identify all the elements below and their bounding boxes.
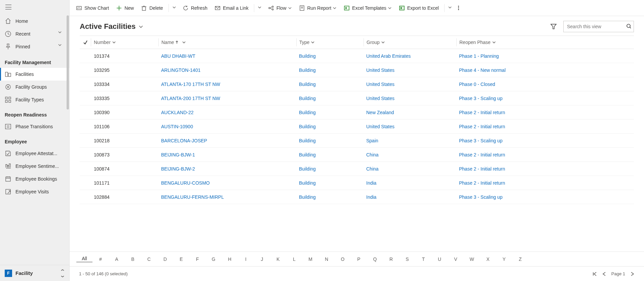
cell-phase-link[interactable]: Phase 2 - Initial return bbox=[456, 110, 634, 115]
cell-group-link[interactable]: United States bbox=[364, 124, 456, 129]
cell-group-link[interactable]: New Zealand bbox=[364, 110, 456, 115]
new-button[interactable]: New bbox=[113, 2, 137, 14]
nav-facility-groups[interactable]: Facility Groups bbox=[0, 81, 69, 93]
cell-name-link[interactable]: BARCELONA-JOSEP bbox=[158, 138, 296, 143]
table-row[interactable]: 101374ABU DHABI-WTBuildingUnited Arab Em… bbox=[80, 49, 634, 63]
alpha-R[interactable]: R bbox=[383, 256, 399, 262]
first-page-button[interactable] bbox=[593, 272, 597, 276]
delete-split-button[interactable] bbox=[171, 2, 179, 14]
alpha-E[interactable]: E bbox=[173, 256, 189, 262]
cell-name-link[interactable]: AUCKLAND-22 bbox=[158, 110, 296, 115]
cell-type-link[interactable]: Building bbox=[296, 166, 364, 172]
sidebar-app-switcher[interactable]: F Facility bbox=[0, 265, 69, 281]
nav-home[interactable]: Home bbox=[0, 15, 69, 28]
cell-phase-link[interactable]: Phase 4 - New normal bbox=[456, 67, 634, 73]
cell-name-link[interactable]: ATLANTA-200 17TH ST NW bbox=[158, 96, 296, 101]
cell-type-link[interactable]: Building bbox=[296, 194, 364, 200]
cell-type-link[interactable]: Building bbox=[296, 53, 364, 59]
alpha-Z[interactable]: Z bbox=[512, 256, 528, 262]
alpha-P[interactable]: P bbox=[351, 256, 367, 262]
nav-emp-sentiment[interactable]: Employee Sentime... bbox=[0, 160, 69, 173]
cell-group-link[interactable]: China bbox=[364, 152, 456, 157]
show-chart-button[interactable]: Show Chart bbox=[73, 2, 112, 14]
cell-group-link[interactable]: India bbox=[364, 194, 456, 200]
table-row[interactable]: 103295ARLINGTON-1401BuildingUnited State… bbox=[80, 63, 634, 77]
cell-name-link[interactable]: ATLANTA-170 17TH ST NW bbox=[158, 82, 296, 87]
cell-phase-link[interactable]: Phase 3 - Scaling up bbox=[456, 194, 634, 200]
cell-type-link[interactable]: Building bbox=[296, 180, 364, 186]
alpha-N[interactable]: N bbox=[318, 256, 335, 262]
table-row[interactable]: 101171BENGALURU-COSMOBuildingIndiaPhase … bbox=[80, 176, 634, 190]
view-selector[interactable]: Active Facilities bbox=[80, 22, 144, 31]
nav-pinned[interactable]: Pinned bbox=[0, 40, 69, 53]
alpha-Y[interactable]: Y bbox=[496, 256, 512, 262]
table-row[interactable]: 100874BEIJING-BJW-2BuildingChinaPhase 2 … bbox=[80, 162, 634, 176]
column-header-group[interactable]: Group bbox=[364, 38, 456, 46]
refresh-button[interactable]: Refresh bbox=[180, 2, 211, 14]
alpha-L[interactable]: L bbox=[286, 256, 302, 262]
alpha-D[interactable]: D bbox=[157, 256, 173, 262]
cell-type-link[interactable]: Building bbox=[296, 67, 364, 73]
table-row[interactable]: 100218BARCELONA-JOSEPBuildingSpainPhase … bbox=[80, 134, 634, 148]
table-row[interactable]: 101106AUSTIN-10900BuildingUnited StatesP… bbox=[80, 120, 634, 134]
search-input-wrapper[interactable] bbox=[563, 21, 634, 32]
cell-group-link[interactable]: United States bbox=[364, 82, 456, 87]
alpha-O[interactable]: O bbox=[335, 256, 351, 262]
alpha-X[interactable]: X bbox=[480, 256, 496, 262]
excel-templates-button[interactable]: Excel Templates bbox=[341, 2, 395, 14]
nav-recent[interactable]: Recent bbox=[0, 28, 69, 40]
filter-button[interactable] bbox=[548, 21, 559, 32]
cell-phase-link[interactable]: Phase 2 - Initial return bbox=[456, 180, 634, 186]
export-excel-split-button[interactable] bbox=[447, 2, 455, 14]
alpha-W[interactable]: W bbox=[464, 256, 480, 262]
cell-type-link[interactable]: Building bbox=[296, 82, 364, 87]
alpha-B[interactable]: B bbox=[125, 256, 141, 262]
column-header-reopen-phase[interactable]: Reopen Phase bbox=[456, 38, 634, 46]
alpha-V[interactable]: V bbox=[448, 256, 464, 262]
alpha-T[interactable]: T bbox=[415, 256, 431, 262]
email-link-split-button[interactable] bbox=[256, 2, 264, 14]
cell-group-link[interactable]: China bbox=[364, 166, 456, 172]
alpha-A[interactable]: A bbox=[109, 256, 125, 262]
alpha-H[interactable]: H bbox=[222, 256, 238, 262]
hamburger-button[interactable] bbox=[0, 0, 69, 14]
email-link-button[interactable]: Email a Link bbox=[212, 2, 252, 14]
sidebar-scrollbar[interactable] bbox=[67, 15, 69, 109]
alpha-S[interactable]: S bbox=[399, 256, 415, 262]
nav-facility-types[interactable]: Facility Types bbox=[0, 93, 69, 106]
export-excel-button[interactable]: Export to Excel bbox=[396, 2, 442, 14]
cell-group-link[interactable]: Spain bbox=[364, 138, 456, 143]
cell-group-link[interactable]: United States bbox=[364, 67, 456, 73]
alpha-#[interactable]: # bbox=[92, 256, 109, 262]
cell-name-link[interactable]: BENGALURU-FERNS-MIRPL bbox=[158, 194, 296, 200]
alpha-M[interactable]: M bbox=[302, 256, 318, 262]
table-row[interactable]: 100390AUCKLAND-22BuildingNew ZealandPhas… bbox=[80, 105, 634, 120]
cell-group-link[interactable]: United Arab Emirates bbox=[364, 53, 456, 59]
prev-page-button[interactable] bbox=[602, 272, 607, 276]
alpha-I[interactable]: I bbox=[238, 256, 254, 262]
cell-type-link[interactable]: Building bbox=[296, 110, 364, 115]
flow-button[interactable]: Flow bbox=[265, 2, 295, 14]
column-header-name[interactable]: Name bbox=[158, 38, 296, 46]
cell-type-link[interactable]: Building bbox=[296, 138, 364, 143]
cell-name-link[interactable]: ARLINGTON-1401 bbox=[158, 67, 296, 73]
cell-name-link[interactable]: BEIJING-BJW-2 bbox=[158, 166, 296, 172]
cell-phase-link[interactable]: Phase 2 - Initial return bbox=[456, 166, 634, 172]
alpha-J[interactable]: J bbox=[254, 256, 270, 262]
cell-group-link[interactable]: United States bbox=[364, 96, 456, 101]
nav-emp-bookings[interactable]: Employee Bookings bbox=[0, 173, 69, 185]
search-input[interactable] bbox=[566, 24, 627, 30]
cell-type-link[interactable]: Building bbox=[296, 152, 364, 157]
next-page-button[interactable] bbox=[630, 272, 635, 276]
nav-phase-transitions[interactable]: Phase Transitions bbox=[0, 120, 69, 133]
nav-emp-visits[interactable]: Employee Visits bbox=[0, 185, 69, 198]
alpha-F[interactable]: F bbox=[189, 256, 205, 262]
cell-phase-link[interactable]: Phase 2 - Initial return bbox=[456, 124, 634, 129]
cell-type-link[interactable]: Building bbox=[296, 124, 364, 129]
alpha-Q[interactable]: Q bbox=[367, 256, 383, 262]
alpha-K[interactable]: K bbox=[270, 256, 286, 262]
cell-type-link[interactable]: Building bbox=[296, 96, 364, 101]
cell-name-link[interactable]: AUSTIN-10900 bbox=[158, 124, 296, 129]
cell-phase-link[interactable]: Phase 0 - Closed bbox=[456, 82, 634, 87]
alpha-All[interactable]: All bbox=[76, 256, 92, 262]
